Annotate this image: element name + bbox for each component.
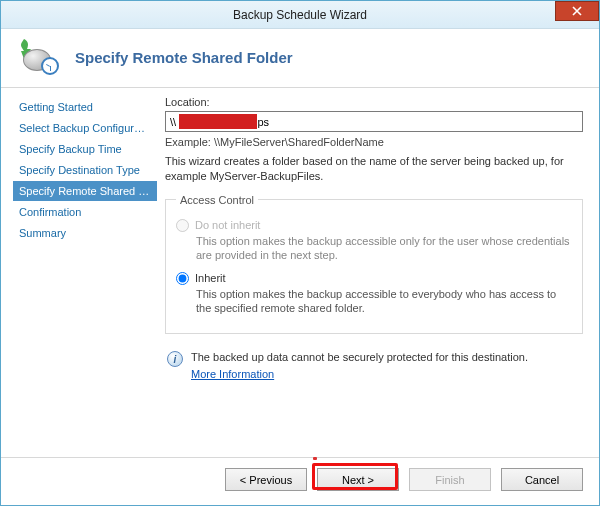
window-title: Backup Schedule Wizard [1,8,599,22]
cancel-button[interactable]: Cancel [501,468,583,491]
step-sidebar: Getting Started Select Backup Configurat… [1,88,157,457]
do-not-inherit-description: This option makes the backup accessible … [196,234,572,263]
step-select-backup-config[interactable]: Select Backup Configurat... [13,118,157,138]
location-input[interactable] [165,111,583,132]
location-example: Example: \\MyFileServer\SharedFolderName [165,136,583,148]
wizard-body: Getting Started Select Backup Configurat… [1,88,599,457]
content-pane: Location: Example: \\MyFileServer\Shared… [157,88,599,457]
radio-do-not-inherit-label: Do not inherit [195,218,260,232]
radio-do-not-inherit-input [176,219,189,232]
radio-inherit[interactable]: Inherit [176,271,572,285]
step-specify-remote-shared-folder[interactable]: Specify Remote Shared F... [13,181,157,201]
step-summary[interactable]: Summary [13,223,157,243]
step-specify-backup-time[interactable]: Specify Backup Time [13,139,157,159]
backup-schedule-icon [15,39,59,75]
access-control-group: Access Control Do not inherit This optio… [165,194,583,335]
radio-do-not-inherit: Do not inherit [176,218,572,232]
access-control-legend: Access Control [176,194,258,206]
step-getting-started[interactable]: Getting Started [13,97,157,117]
next-button[interactable]: Next > [317,468,399,491]
inherit-description: This option makes the backup accessible … [196,287,572,316]
titlebar: Backup Schedule Wizard [1,1,599,29]
info-text: The backed up data cannot be securely pr… [191,351,528,363]
more-information-link[interactable]: More Information [191,367,274,382]
info-row: i The backed up data cannot be securely … [167,350,581,382]
info-icon: i [167,351,183,367]
step-specify-destination-type[interactable]: Specify Destination Type [13,160,157,180]
radio-inherit-input[interactable] [176,272,189,285]
page-title: Specify Remote Shared Folder [75,49,293,66]
radio-inherit-label: Inherit [195,271,226,285]
location-description: This wizard creates a folder based on th… [165,154,583,184]
info-text-block: The backed up data cannot be securely pr… [191,350,528,382]
close-button[interactable] [555,1,599,21]
annotation-dot [313,457,317,460]
location-field-wrap [165,111,583,132]
step-confirmation[interactable]: Confirmation [13,202,157,222]
wizard-footer: < Previous Next > Finish Cancel [1,457,599,505]
wizard-header: Specify Remote Shared Folder [1,29,599,88]
location-label: Location: [165,96,583,108]
wizard-window: Backup Schedule Wizard Specify Remote Sh… [0,0,600,506]
finish-button: Finish [409,468,491,491]
previous-button[interactable]: < Previous [225,468,307,491]
